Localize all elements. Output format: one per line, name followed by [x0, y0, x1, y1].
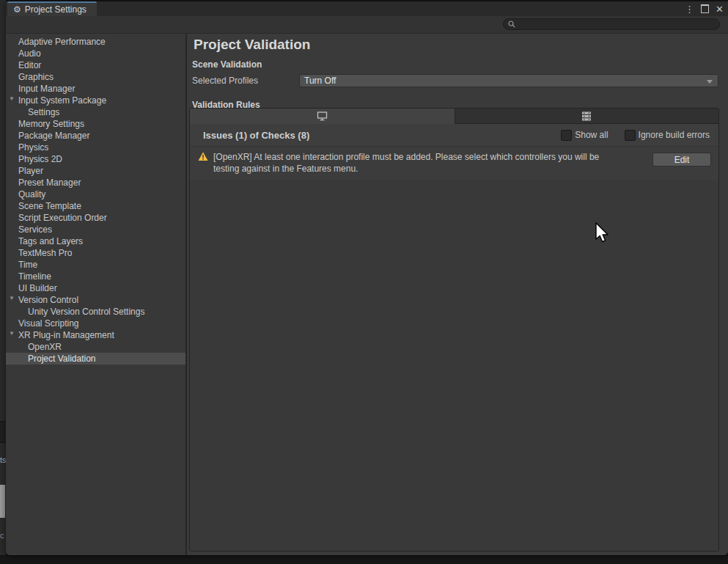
chevron-down-icon: [707, 80, 713, 84]
sidebar-item-label: Project Validation: [6, 354, 96, 364]
sidebar-item-unity-version-control-settings[interactable]: Unity Version Control Settings: [6, 306, 185, 318]
settings-toolbar: [6, 16, 728, 34]
sidebar-item-label: Input System Package: [6, 95, 106, 106]
sidebar-item-label: Tags and Layers: [6, 236, 83, 246]
selected-profiles-label: Selected Profiles: [192, 76, 299, 86]
sidebar-item-label: Graphics: [6, 72, 54, 82]
sidebar-item-label: Memory Settings: [6, 119, 84, 129]
sidebar-item-editor[interactable]: Editor: [6, 59, 185, 71]
issues-empty-area: [190, 180, 718, 551]
ignore-build-errors-checkbox[interactable]: [625, 130, 636, 141]
sidebar-item-timeline[interactable]: Timeline: [6, 271, 185, 282]
search-box[interactable]: [503, 18, 720, 30]
sidebar-item-label: Settings: [6, 107, 59, 117]
foldout-arrow-icon[interactable]: ▼: [9, 295, 15, 301]
sidebar-item-memory-settings[interactable]: Memory Settings: [6, 118, 185, 130]
sidebar-item-label: Timeline: [6, 271, 51, 282]
sidebar-item-physics[interactable]: Physics: [6, 142, 185, 153]
sidebar-item-label: Adaptive Performance: [6, 37, 106, 47]
sidebar-item-xr-plug-in-management[interactable]: ▼XR Plug-in Management: [6, 329, 185, 341]
sidebar-item-label: Package Manager: [6, 131, 89, 141]
sidebar-item-label: Version Control: [6, 295, 78, 305]
search-icon: [508, 21, 515, 28]
sidebar-item-label: Physics: [6, 142, 48, 153]
background-fragment-text: c: [0, 531, 4, 540]
maximize-icon[interactable]: [701, 4, 709, 13]
sidebar-item-graphics[interactable]: Graphics: [6, 71, 185, 83]
sidebar-item-settings[interactable]: Settings: [6, 106, 185, 118]
window-titlebar[interactable]: ⚙ Project Settings ⋮ ✕: [6, 1, 728, 16]
foldout-arrow-icon[interactable]: ▼: [9, 95, 15, 102]
sidebar-item-label: Visual Scripting: [6, 318, 79, 329]
warning-icon: [198, 152, 208, 161]
sidebar-item-scene-template[interactable]: Scene Template: [6, 200, 185, 212]
sidebar-item-label: Services: [6, 224, 52, 235]
edit-button[interactable]: Edit: [652, 153, 711, 166]
server-list-icon: [581, 111, 592, 121]
sidebar-item-script-execution-order[interactable]: Script Execution Order: [6, 212, 185, 224]
background-editor-sliver: ts c: [0, 0, 6, 564]
show-all-label[interactable]: Show all: [575, 130, 608, 140]
window-controls: ⋮ ✕: [685, 1, 724, 16]
sidebar-item-tags-and-layers[interactable]: Tags and Layers: [6, 235, 185, 247]
validation-issue-row[interactable]: [OpenXR] At least one interaction profil…: [190, 146, 718, 180]
search-input[interactable]: [518, 19, 712, 29]
scene-validation-heading: Scene Validation: [192, 59, 728, 70]
sidebar-item-label: Script Execution Order: [6, 213, 107, 223]
sidebar-item-label: Unity Version Control Settings: [6, 307, 144, 317]
sidebar-item-label: Quality: [6, 189, 45, 199]
settings-list: Adaptive PerformanceAudioEditorGraphicsI…: [6, 34, 185, 555]
sidebar-item-player[interactable]: Player: [6, 165, 185, 177]
sidebar-item-adaptive-performance[interactable]: Adaptive Performance: [6, 36, 185, 48]
sidebar-item-openxr[interactable]: OpenXR: [6, 341, 185, 353]
background-fragment-light-block: [0, 485, 5, 518]
background-fragment-text: ts: [0, 455, 6, 464]
sidebar-item-time[interactable]: Time: [6, 259, 185, 271]
ignore-build-errors-label[interactable]: Ignore build errors: [639, 130, 710, 140]
window-menu-icon[interactable]: ⋮: [685, 4, 694, 15]
sidebar-item-package-manager[interactable]: Package Manager: [6, 130, 185, 142]
sidebar-item-label: Input Manager: [6, 84, 75, 94]
platform-tabstrip: [190, 109, 718, 124]
sidebar-item-input-system-package[interactable]: ▼Input System Package: [6, 95, 185, 106]
selected-profiles-row: Selected Profiles Turn Off: [192, 74, 718, 87]
sidebar-item-ui-builder[interactable]: UI Builder: [6, 282, 185, 294]
sidebar-item-label: UI Builder: [6, 283, 57, 293]
issues-count-label: Issues (1) of Checks (8): [203, 130, 309, 141]
sidebar-item-label: Player: [6, 166, 43, 176]
sidebar-item-label: XR Plug-in Management: [6, 330, 114, 340]
sidebar-item-label: Audio: [6, 48, 41, 59]
sidebar-item-preset-manager[interactable]: Preset Manager: [6, 177, 185, 188]
background-fragment-block: [0, 421, 6, 443]
sidebar-item-version-control[interactable]: ▼Version Control: [6, 294, 185, 306]
sidebar-item-physics-2d[interactable]: Physics 2D: [6, 153, 185, 165]
tab-server-platform[interactable]: [455, 109, 719, 124]
tab-project-settings[interactable]: ⚙ Project Settings: [7, 1, 97, 16]
sidebar-item-audio[interactable]: Audio: [6, 48, 185, 59]
gear-icon: ⚙: [13, 5, 21, 14]
sidebar-item-quality[interactable]: Quality: [6, 188, 185, 200]
page-title: Project Validation: [194, 37, 728, 53]
show-all-checkbox[interactable]: [561, 130, 572, 141]
main-panel: Project Validation Scene Validation Sele…: [187, 34, 728, 555]
validation-issue-message: [OpenXR] At least one interaction profil…: [213, 151, 625, 175]
sidebar-item-label: Time: [6, 260, 37, 270]
foldout-arrow-icon[interactable]: ▼: [9, 330, 15, 337]
close-icon[interactable]: ✕: [716, 4, 724, 14]
selected-profiles-value: Turn Off: [304, 76, 336, 86]
selected-profiles-dropdown[interactable]: Turn Off: [299, 74, 718, 87]
window-body: Adaptive PerformanceAudioEditorGraphicsI…: [6, 34, 728, 555]
sidebar-item-label: TextMesh Pro: [6, 248, 72, 258]
tab-standalone-platform[interactable]: [190, 109, 455, 124]
sidebar-item-visual-scripting[interactable]: Visual Scripting: [6, 318, 185, 329]
sidebar-item-textmesh-pro[interactable]: TextMesh Pro: [6, 247, 185, 259]
monitor-icon: [317, 111, 328, 121]
tab-title: Project Settings: [25, 4, 87, 15]
sidebar-item-label: Physics 2D: [6, 154, 62, 164]
sidebar-item-label: Scene Template: [6, 201, 81, 211]
sidebar-item-label: Preset Manager: [6, 177, 81, 188]
sidebar-item-project-validation[interactable]: Project Validation: [6, 353, 185, 365]
sidebar-item-input-manager[interactable]: Input Manager: [6, 83, 185, 95]
sidebar-item-services[interactable]: Services: [6, 224, 185, 235]
screen-bottom-edge: [0, 555, 728, 564]
